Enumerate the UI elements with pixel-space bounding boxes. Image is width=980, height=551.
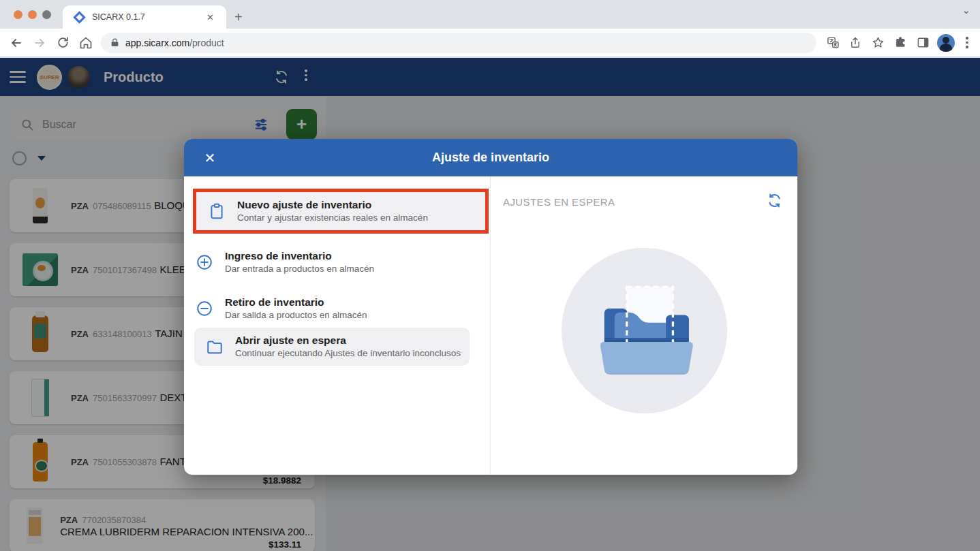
- waiting-refresh-icon[interactable]: [767, 193, 782, 211]
- browser-toolbar: app.sicarx.com/product: [0, 29, 980, 57]
- home-icon[interactable]: [78, 35, 94, 51]
- reload-icon[interactable]: [55, 35, 71, 51]
- new-tab-button[interactable]: +: [234, 10, 243, 25]
- dialog-close-icon[interactable]: ✕: [200, 148, 219, 168]
- menu-item-ingreso[interactable]: Ingreso de inventario Dar entrada a prod…: [184, 243, 490, 281]
- forward-icon[interactable]: [31, 35, 48, 51]
- folder-icon: [206, 338, 224, 356]
- inventory-adjust-dialog: ✕ Ajuste de inventario Nuevo ajuste de i…: [184, 139, 797, 475]
- clipboard-icon: [208, 202, 226, 220]
- dialog-menu-column: Nuevo ajuste de inventario Contar y ajus…: [184, 176, 491, 475]
- back-icon[interactable]: [8, 35, 25, 51]
- menu-item-nuevo-ajuste[interactable]: Nuevo ajuste de inventario Contar y ajus…: [196, 192, 485, 230]
- browser-menu-icon[interactable]: [961, 37, 973, 48]
- waiting-adjustments-panel: AJUSTES EN ESPERA: [491, 176, 797, 475]
- menu-item-abrir-ajuste[interactable]: Abrir ajuste en espera Continuar ejecuta…: [194, 328, 470, 366]
- site-favicon-icon: [73, 11, 85, 23]
- tab-title: SICARX 0.1.7: [92, 12, 202, 22]
- browser-tab-strip: SICARX 0.1.7 ✕ + ⌄: [0, 0, 980, 29]
- url-text: app.sicarx.com/product: [125, 37, 224, 48]
- window-controls: [14, 10, 51, 19]
- window-minimize-button[interactable]: [28, 10, 37, 19]
- dialog-header: ✕ Ajuste de inventario: [184, 139, 797, 176]
- bookmark-star-icon[interactable]: [870, 35, 886, 51]
- window-close-button[interactable]: [14, 10, 22, 19]
- share-icon[interactable]: [847, 35, 863, 51]
- side-panel-icon[interactable]: [915, 35, 931, 51]
- waiting-panel-header: AJUSTES EN ESPERA: [503, 196, 767, 208]
- tab-close-icon[interactable]: ✕: [202, 11, 218, 24]
- menu-item-retiro[interactable]: Retiro de inventario Dar salida a produc…: [184, 289, 490, 328]
- minus-circle-icon: [196, 300, 213, 317]
- tab-list-chevron-icon[interactable]: ⌄: [962, 4, 970, 16]
- profile-avatar[interactable]: [937, 34, 955, 52]
- browser-tab[interactable]: SICARX 0.1.7 ✕: [63, 5, 226, 29]
- plus-circle-icon: [196, 253, 213, 271]
- window-maximize-button[interactable]: [42, 10, 51, 19]
- extensions-puzzle-icon[interactable]: [892, 35, 908, 51]
- dialog-title: Ajuste de inventario: [184, 151, 797, 165]
- highlight-red-box: Nuevo ajuste de inventario Contar y ajus…: [193, 189, 489, 234]
- translate-icon[interactable]: [825, 35, 841, 51]
- lock-icon: [110, 37, 119, 48]
- url-bar[interactable]: app.sicarx.com/product: [101, 33, 816, 53]
- empty-state-folder-illustration: [562, 248, 727, 413]
